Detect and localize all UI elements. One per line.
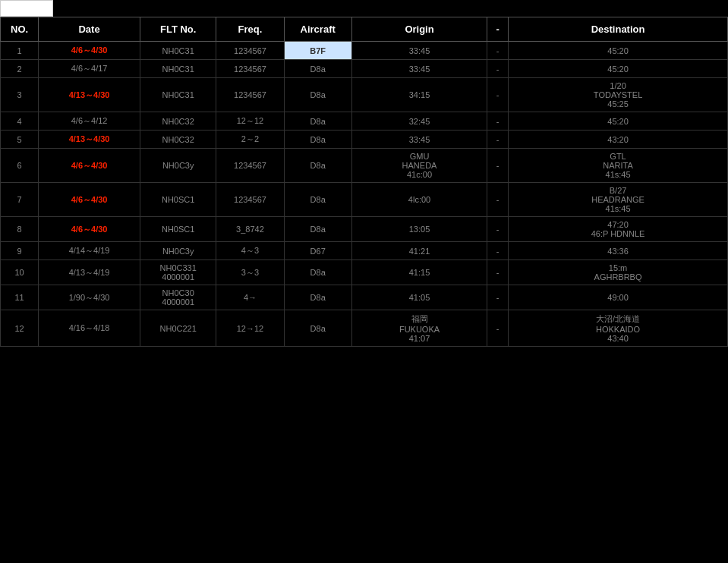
cell-no: 2 xyxy=(1,60,39,78)
cell-dash: - xyxy=(487,60,509,78)
table-row: 24/6～4/17NH0C311234567D8a33:45-45:20 xyxy=(1,60,728,78)
header-no: NO. xyxy=(1,17,39,42)
cell-date: 4/6～4/17 xyxy=(39,60,140,78)
cell-no: 10 xyxy=(1,260,39,285)
cell-aircraft: D8a xyxy=(284,131,351,149)
cell-date: 4/13～4/19 xyxy=(39,260,140,285)
cell-destination: GTLNARITA41s:45 xyxy=(509,149,728,183)
cell-freq: 1234567 xyxy=(216,60,284,78)
cell-dash: - xyxy=(487,310,509,347)
cell-date: 4/6～4/12 xyxy=(39,112,140,131)
cell-origin: 33:45 xyxy=(351,131,487,149)
cell-destination: 大沼/北海道HOKKAIDO43:40 xyxy=(509,310,728,347)
header-origin: Origin xyxy=(351,17,487,42)
cell-aircraft: D8a xyxy=(284,78,351,112)
table-row: 44/6～4/12NH0C3212～12D8a32:45-45:20 xyxy=(1,112,728,131)
cell-destination: B/27HEADRANGE41s:45 xyxy=(509,183,728,217)
cell-freq: 1234567 xyxy=(216,78,284,112)
header-freq: Freq. xyxy=(216,17,284,42)
cell-destination: 15:mAGHRBRBQ xyxy=(509,260,728,285)
cell-aircraft: D8a xyxy=(284,60,351,78)
cell-date: 4/13～4/30 xyxy=(39,131,140,149)
cell-flt-no: NH0C31 xyxy=(140,78,216,112)
cell-flt-no: NH0SC1 xyxy=(140,217,216,242)
cell-freq: 12～12 xyxy=(216,112,284,131)
cell-freq: 3_8742 xyxy=(216,217,284,242)
cell-aircraft: D8a xyxy=(284,183,351,217)
cell-no: 7 xyxy=(1,183,39,217)
cell-origin: 32:45 xyxy=(351,112,487,131)
header-destination: Destination xyxy=(509,17,728,42)
cell-dash: - xyxy=(487,260,509,285)
cell-origin: 33:45 xyxy=(351,42,487,60)
header-aircraft: Aircraft xyxy=(284,17,351,42)
cell-date: 4/6～4/30 xyxy=(39,217,140,242)
cell-origin: 34:15 xyxy=(351,78,487,112)
cell-aircraft: D67 xyxy=(284,242,351,260)
cell-origin: 4lc:00 xyxy=(351,183,487,217)
cell-aircraft: D8a xyxy=(284,310,351,347)
cell-freq: 1234567 xyxy=(216,183,284,217)
cell-origin: 33:45 xyxy=(351,60,487,78)
cell-dash: - xyxy=(487,78,509,112)
cell-no: 3 xyxy=(1,78,39,112)
cell-flt-no: NH0C3314000001 xyxy=(140,260,216,285)
cell-flt-no: NH0SC1 xyxy=(140,183,216,217)
table-row: 14/6～4/30NH0C311234567B7F33:45-45:20 xyxy=(1,42,728,60)
cell-no: 9 xyxy=(1,242,39,260)
table-row: 74/6～4/30NH0SC11234567D8a4lc:00-B/27HEAD… xyxy=(1,183,728,217)
cell-origin: 41:21 xyxy=(351,242,487,260)
cell-no: 4 xyxy=(1,112,39,131)
cell-flt-no: NH0C32 xyxy=(140,131,216,149)
header-dash: - xyxy=(487,17,509,42)
cell-no: 11 xyxy=(1,285,39,310)
cell-freq: 12→12 xyxy=(216,310,284,347)
header-flt: FLT No. xyxy=(140,17,216,42)
cell-date: 4/16～4/18 xyxy=(39,310,140,347)
cell-date: 4/13～4/30 xyxy=(39,78,140,112)
cell-destination: 45:20 xyxy=(509,42,728,60)
cell-destination: 45:20 xyxy=(509,60,728,78)
table-row: 54/13～4/30NH0C322～2D8a33:45-43:20 xyxy=(1,131,728,149)
cell-no: 12 xyxy=(1,310,39,347)
cell-flt-no: NH0C31 xyxy=(140,60,216,78)
cell-origin: 福岡FUKUOKA41:07 xyxy=(351,310,487,347)
cell-no: 6 xyxy=(1,149,39,183)
table-row: 34/13～4/30NH0C311234567D8a34:15-1/20TODA… xyxy=(1,78,728,112)
cell-aircraft: D8a xyxy=(284,112,351,131)
table-row: 84/6～4/30NH0SC13_8742D8a13:05-47:2046:P … xyxy=(1,217,728,242)
cell-origin: 41:15 xyxy=(351,260,487,285)
cell-dash: - xyxy=(487,131,509,149)
cell-date: 4/6～4/30 xyxy=(39,149,140,183)
cell-freq: 2～2 xyxy=(216,131,284,149)
cell-dash: - xyxy=(487,183,509,217)
cell-destination: 49:00 xyxy=(509,285,728,310)
table-row: 111/90～4/30NH0C3040000014→D8a41:05-49:00 xyxy=(1,285,728,310)
cell-destination: 43:36 xyxy=(509,242,728,260)
cell-flt-no: NH0C3y xyxy=(140,242,216,260)
cell-destination: 45:20 xyxy=(509,112,728,131)
cell-destination: 43:20 xyxy=(509,131,728,149)
table-row: 124/16～4/18NH0C22112→12D8a福岡FUKUOKA41:07… xyxy=(1,310,728,347)
table-row: 94/14～4/19NH0C3y4～3D6741:21-43:36 xyxy=(1,242,728,260)
cell-dash: - xyxy=(487,242,509,260)
cell-flt-no: NH0C304000001 xyxy=(140,285,216,310)
cell-no: 1 xyxy=(1,42,39,60)
cell-dash: - xyxy=(487,112,509,131)
cell-date: 1/90～4/30 xyxy=(39,285,140,310)
cell-dash: - xyxy=(487,217,509,242)
cell-date: 4/14～4/19 xyxy=(39,242,140,260)
cell-aircraft: D8a xyxy=(284,217,351,242)
cell-flt-no: NH0C221 xyxy=(140,310,216,347)
cell-origin: 41:05 xyxy=(351,285,487,310)
cell-no: 5 xyxy=(1,131,39,149)
cell-dash: - xyxy=(487,42,509,60)
cell-freq: 3～3 xyxy=(216,260,284,285)
cell-freq: 1234567 xyxy=(216,42,284,60)
cell-date: 4/6～4/30 xyxy=(39,42,140,60)
cell-origin: 13:05 xyxy=(351,217,487,242)
flight-table: NO. Date FLT No. Freq. Aircraft Origin -… xyxy=(0,17,728,347)
table-row: 104/13～4/19NH0C33140000013～3D8a41:15-15:… xyxy=(1,260,728,285)
header-date: Date xyxy=(39,17,140,42)
cell-origin: GMUHANEDA41c:00 xyxy=(351,149,487,183)
